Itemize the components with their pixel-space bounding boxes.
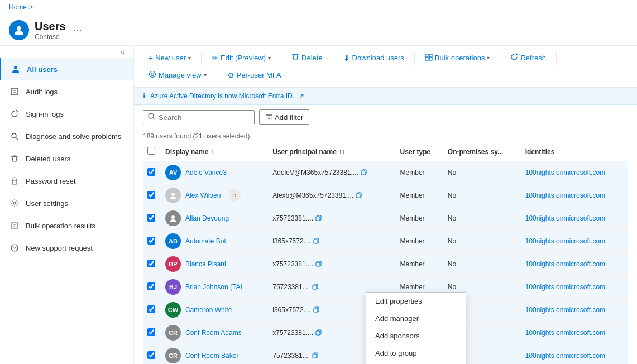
user-name-link[interactable]: Allan Deyoung <box>185 214 229 222</box>
row-checkbox[interactable] <box>147 237 155 245</box>
identity-link[interactable]: 100nights.onmicrosoft.com <box>525 329 605 337</box>
row-checkbox-cell <box>143 184 161 207</box>
user-name-link[interactable]: Cameron White <box>185 306 232 314</box>
add-filter-label: Add filter <box>275 113 303 122</box>
row-identity-cell: 100nights.onmicrosoft.com <box>521 161 628 184</box>
sidebar-label-password-reset: Password reset <box>26 177 76 185</box>
copy-upn-icon[interactable] <box>315 215 322 222</box>
row-checkbox[interactable] <box>147 305 155 313</box>
sidebar-item-deleted-users[interactable]: Deleted users <box>0 147 133 170</box>
per-user-mfa-button[interactable]: ⚙ Per-user MFA <box>222 68 287 83</box>
identity-link[interactable]: 100nights.onmicrosoft.com <box>525 237 605 245</box>
manage-view-button[interactable]: Manage view ▾ <box>143 68 212 83</box>
refresh-button[interactable]: Refresh <box>505 50 552 65</box>
copy-upn-icon[interactable] <box>361 169 367 176</box>
sidebar-item-diagnose[interactable]: Diagnose and solve problems <box>0 125 133 147</box>
row-identity-cell: 100nights.onmicrosoft.com <box>521 299 628 322</box>
sidebar-item-audit-logs[interactable]: Audit logs <box>0 80 133 103</box>
context-menu-item-add-manager[interactable]: Add manager <box>366 310 466 327</box>
row-upn-cell: x75723381.... <box>268 207 395 230</box>
sidebar-item-password-reset[interactable]: Password reset <box>0 170 133 192</box>
identity-link[interactable]: 100nights.onmicrosoft.com <box>525 169 605 176</box>
row-identity-cell: 100nights.onmicrosoft.com <box>521 322 628 344</box>
svg-rect-10 <box>12 222 17 229</box>
info-external-icon: ↗ <box>299 92 304 100</box>
delete-button[interactable]: Delete <box>286 50 328 65</box>
app-header: Users Contoso ··· <box>0 15 637 46</box>
identity-link[interactable]: 100nights.onmicrosoft.com <box>525 352 605 360</box>
svg-rect-18 <box>425 58 428 60</box>
on-prem-text: No <box>448 169 456 176</box>
user-name-link[interactable]: Bianca Pisani <box>185 260 226 268</box>
breadcrumb-home[interactable]: Home <box>9 3 27 11</box>
sidebar-collapse-button[interactable]: « <box>0 46 133 58</box>
sidebar-label-diagnose: Diagnose and solve problems <box>26 132 121 141</box>
bulk-ops-dropdown-arrow: ▾ <box>487 55 490 61</box>
identity-link[interactable]: 100nights.onmicrosoft.com <box>525 283 605 291</box>
sidebar-item-new-support-request[interactable]: ? New support request <box>0 237 133 259</box>
copy-upn-icon[interactable] <box>315 329 322 337</box>
row-on-prem-cell: No <box>443 253 521 276</box>
svg-point-31 <box>171 193 175 196</box>
user-name-link[interactable]: Adele Vance3 <box>185 169 227 176</box>
row-checkbox-cell <box>143 161 161 184</box>
sidebar-item-user-settings[interactable]: User settings <box>0 192 133 214</box>
sidebar: « All users Audit logs Sign-in logs Diag… <box>0 46 134 364</box>
row-checkbox[interactable] <box>147 168 155 176</box>
row-checkbox[interactable] <box>147 260 155 267</box>
bulk-operations-button[interactable]: Bulk operations ▾ <box>419 50 496 65</box>
user-type-text: Member <box>400 260 425 268</box>
row-checkbox-cell <box>143 253 161 276</box>
row-upn-cell: AdeleV@M365x75723381.... <box>268 161 395 184</box>
copy-upn-icon[interactable] <box>356 192 362 199</box>
copy-upn-icon[interactable] <box>312 284 318 291</box>
new-user-button[interactable]: + New user ▾ <box>143 51 197 65</box>
row-checkbox[interactable] <box>147 214 155 222</box>
upn-text: x75723381.... <box>272 214 313 222</box>
identity-link[interactable]: 100nights.onmicrosoft.com <box>525 260 605 268</box>
copy-upn-icon[interactable] <box>313 238 319 245</box>
info-banner-link[interactable]: Azure Active Directory is now Microsoft … <box>150 92 294 100</box>
row-checkbox[interactable] <box>147 351 155 359</box>
download-users-button[interactable]: ⬇ Download users <box>338 51 410 65</box>
app-ellipsis[interactable]: ··· <box>74 25 82 36</box>
svg-rect-40 <box>313 354 317 358</box>
user-avatar: CR <box>165 348 181 363</box>
copy-upn-icon[interactable] <box>312 352 318 360</box>
user-name-link[interactable]: Conf Room Baker <box>185 352 238 360</box>
identity-link[interactable]: 100nights.onmicrosoft.com <box>525 214 605 222</box>
context-menu-item-edit-properties[interactable]: Edit properties <box>366 293 466 310</box>
row-display-name-cell: Allan Deyoung <box>161 207 268 230</box>
identity-link[interactable]: 100nights.onmicrosoft.com <box>525 191 605 199</box>
sidebar-item-all-users[interactable]: All users <box>0 58 133 80</box>
on-prem-text: No <box>448 214 456 222</box>
toolbar-divider-2 <box>281 51 281 65</box>
table-row: BP Bianca Pisani x75723381.... Member No… <box>143 253 628 276</box>
svg-rect-38 <box>314 308 318 312</box>
row-checkbox[interactable] <box>147 328 155 336</box>
upn-text: 75723381.... <box>272 352 310 360</box>
context-menu-item-add-to-group[interactable]: Add to group <box>366 344 466 362</box>
row-checkbox[interactable] <box>147 282 155 290</box>
edit-preview-button[interactable]: ✏ Edit (Preview) ▾ <box>206 51 276 65</box>
toolbar: + New user ▾ ✏ Edit (Preview) ▾ Delete ⬇… <box>134 46 637 88</box>
row-upn-cell: x75723381.... <box>268 253 395 276</box>
select-all-checkbox[interactable] <box>147 147 155 155</box>
breadcrumb-sep: > <box>29 3 33 11</box>
add-filter-button[interactable]: Add filter <box>259 109 309 125</box>
copy-upn-icon[interactable] <box>313 306 319 314</box>
identity-link[interactable]: 100nights.onmicrosoft.com <box>525 306 605 314</box>
row-checkbox[interactable] <box>147 191 155 199</box>
user-name-link[interactable]: Alex Wilberr <box>185 191 222 199</box>
sidebar-item-sign-in-logs[interactable]: Sign-in logs <box>0 103 133 125</box>
context-menu-item-add-sponsors[interactable]: Add sponsors <box>366 327 466 344</box>
user-name-link[interactable]: Conf Room Adams <box>185 329 242 337</box>
row-identity-cell: 100nights.onmicrosoft.com <box>521 344 628 365</box>
context-menu-item-add-to-admin-unit[interactable]: Add to admin unit <box>366 362 466 364</box>
sidebar-item-bulk-operation-results[interactable]: Bulk operation results <box>0 214 133 237</box>
search-input[interactable] <box>159 113 237 122</box>
user-name-link[interactable]: Brian Johnson (TAI <box>185 283 242 291</box>
search-icon <box>148 113 155 122</box>
copy-upn-icon[interactable] <box>315 261 322 268</box>
user-name-link[interactable]: Automate Bot <box>185 237 226 245</box>
